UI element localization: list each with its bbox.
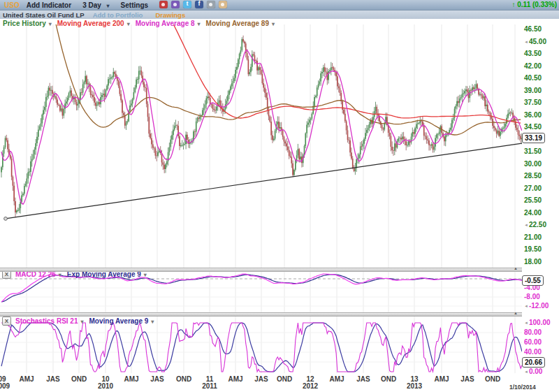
- divider-handle-icon: ▲: [514, 311, 518, 315]
- toolbar-icon-group: tf: [159, 1, 231, 10]
- chevron-down-icon: ▾: [59, 272, 61, 278]
- drawings-link[interactable]: Drawings: [155, 11, 185, 19]
- indicator-label: Moving Average 200: [57, 20, 124, 27]
- symbol-label[interactable]: USO: [4, 1, 20, 9]
- settings-button[interactable]: Settings: [121, 1, 148, 9]
- indicator-stoch-rsi[interactable]: Stochastics RSI 21▾: [15, 317, 84, 325]
- divider-handle-icon: ▲: [514, 266, 518, 270]
- price-change-label: ↑ 0.11 (0.33%): [512, 1, 558, 8]
- books-icon[interactable]: [171, 1, 180, 8]
- clock-icon[interactable]: [159, 1, 168, 8]
- app-window: USO Add Indicator 3 Day ▾ Settings tf ↑ …: [0, 0, 559, 392]
- indicator-label: Stochastics RSI 21: [15, 317, 78, 325]
- indicator-ma89[interactable]: Moving Average 89▾: [206, 20, 275, 27]
- stoch-close-button[interactable]: X: [2, 317, 11, 326]
- chart-canvas[interactable]: [0, 0, 559, 392]
- symbol-subbar: United States Oil Fund LP Add to Portfol…: [0, 10, 559, 19]
- add-indicator-button[interactable]: Add Indicator: [27, 1, 71, 9]
- panel-divider[interactable]: ▲: [0, 268, 522, 272]
- indicator-ma200[interactable]: Moving Average 200▾: [57, 20, 130, 27]
- share-icon[interactable]: [219, 1, 227, 8]
- indicator-stoch-ma[interactable]: Moving Average 9▾: [89, 317, 154, 325]
- chevron-down-icon: ▾: [107, 3, 110, 9]
- indicator-price-history[interactable]: Price History▾: [3, 20, 52, 27]
- change-value: 0.11 (0.33%): [517, 1, 557, 8]
- indicator-label: Moving Average 8: [136, 20, 195, 27]
- panel-divider[interactable]: ▲: [0, 312, 522, 317]
- indicator-label: Moving Average 89: [206, 20, 269, 27]
- indicator-label: Moving Average 9: [89, 317, 149, 325]
- chevron-down-icon: ▾: [198, 21, 201, 27]
- camera-icon[interactable]: [207, 1, 215, 8]
- price-axis-background: [522, 19, 559, 392]
- fund-name-label: United States Oil Fund LP: [3, 11, 85, 19]
- chevron-down-icon: ▾: [49, 21, 52, 27]
- chevron-down-icon: ▾: [144, 272, 147, 278]
- period-value: 3 Day: [82, 1, 101, 9]
- chevron-down-icon: ▾: [272, 21, 275, 27]
- add-to-portfolio-link[interactable]: Add to Portfolio: [93, 11, 143, 19]
- toolbar: USO Add Indicator 3 Day ▾ Settings tf ↑ …: [0, 0, 559, 10]
- twitter-icon[interactable]: t: [183, 1, 191, 8]
- facebook-icon[interactable]: f: [195, 1, 203, 8]
- up-arrow-icon: ↑: [512, 1, 516, 8]
- stoch-indicator-row: X Stochastics RSI 21▾ Moving Average 9▾: [2, 317, 159, 326]
- chart-area[interactable]: Price History▾ Moving Average 200▾ Movin…: [0, 19, 559, 392]
- price-indicator-row: Price History▾ Moving Average 200▾ Movin…: [3, 20, 280, 27]
- period-select[interactable]: 3 Day ▾: [82, 1, 109, 9]
- chevron-down-icon: ▾: [127, 21, 130, 27]
- indicator-label: Price History: [3, 20, 46, 27]
- indicator-ma8[interactable]: Moving Average 8▾: [136, 20, 201, 27]
- chevron-down-icon: ▾: [80, 319, 83, 325]
- chevron-down-icon: ▾: [151, 319, 154, 325]
